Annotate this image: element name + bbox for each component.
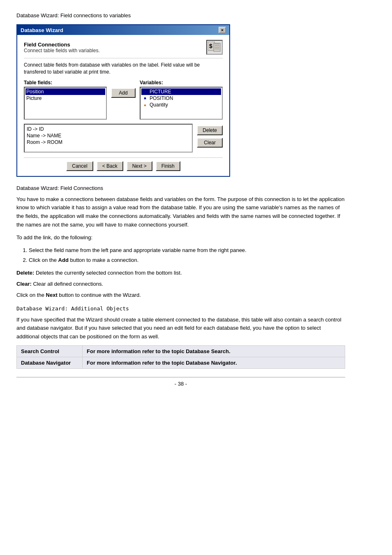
additional-objects-table: Search Control For more information refe… xyxy=(16,345,345,369)
finish-button[interactable]: Finish xyxy=(156,161,180,171)
step-1: Select the field name from the left pane… xyxy=(29,246,345,255)
connections-section: ID -> ID Name -> NAME Room -> ROOM Delet… xyxy=(24,124,223,153)
var-position[interactable]: ■ POSITION xyxy=(141,95,221,102)
picture-var-icon: ■ xyxy=(142,89,148,95)
delete-label: Delete: xyxy=(16,270,34,276)
var-quantity[interactable]: ▲ Quantity xyxy=(141,102,221,108)
add-button[interactable]: Add xyxy=(111,88,136,98)
position-var-icon: ■ xyxy=(142,95,148,101)
db-navigator-desc: For more information refer to the topic … xyxy=(83,357,345,368)
below-title2: Database Wizard: Additional Objects xyxy=(16,305,345,312)
field-connections-title: Field Connections xyxy=(24,42,100,48)
add-bold: Add xyxy=(58,257,69,263)
add-column: Add xyxy=(111,80,136,98)
conn-name[interactable]: Name -> NAME xyxy=(26,132,191,139)
search-control-label: Search Control xyxy=(17,345,83,357)
connections-listbox[interactable]: ID -> ID Name -> NAME Room -> ROOM xyxy=(24,124,193,153)
conn-id[interactable]: ID -> ID xyxy=(26,126,191,132)
page-footer: - 38 - xyxy=(16,377,345,387)
back-button[interactable]: < Back xyxy=(97,161,123,171)
table-row-search: Search Control For more information refe… xyxy=(17,345,345,357)
steps-list: Select the field name from the left pane… xyxy=(29,246,345,265)
table-row-navigator: Database Navigator For more information … xyxy=(17,357,345,368)
variables-listbox[interactable]: ■ PICTURE ■ POSITION ▲ Quantity xyxy=(140,87,223,120)
dialog-titlebar: Database Wizard × xyxy=(17,25,229,35)
fields-variables-section: Table fields: Position Picture Add Varia… xyxy=(24,80,223,120)
clear-para: Clear: Clear all defined connections. xyxy=(16,280,345,289)
dollar-db-icon: $ xyxy=(208,42,221,53)
field-picture[interactable]: Picture xyxy=(25,95,105,102)
dialog-body: Field Connections Connect table fields w… xyxy=(17,35,229,176)
para2: If you have specified that the Wizard sh… xyxy=(16,316,345,341)
delete-para: Delete: Deletes the currently selected c… xyxy=(16,269,345,278)
next-bold: Next xyxy=(46,292,58,298)
to-add-link: To add the link, do the following: xyxy=(16,234,345,242)
database-wizard-dialog: Database Wizard × Field Connections Conn… xyxy=(16,24,230,177)
close-button[interactable]: × xyxy=(219,27,226,33)
variables-column: Variables: ■ PICTURE ■ POSITION ▲ Quanti… xyxy=(140,80,223,120)
db-navigator-label: Database Navigator xyxy=(17,357,83,368)
page-number: - 38 - xyxy=(175,381,187,387)
conn-room[interactable]: Room -> ROOM xyxy=(26,139,191,146)
table-fields-listbox[interactable]: Position Picture xyxy=(24,87,107,120)
dialog-header-text: Field Connections Connect table fields w… xyxy=(24,42,100,53)
table-fields-column: Table fields: Position Picture xyxy=(24,80,107,120)
field-connections-icon: $ xyxy=(206,40,223,55)
para1: You have to make a connections between d… xyxy=(16,195,345,229)
dialog-header: Field Connections Connect table fields w… xyxy=(24,40,223,58)
content-section: Database Wizard: Field Connections You h… xyxy=(16,185,345,387)
var-picture[interactable]: ■ PICTURE xyxy=(141,88,221,95)
clear-label: Clear: xyxy=(16,281,32,287)
field-position[interactable]: Position xyxy=(25,88,105,95)
table-fields-label: Table fields: xyxy=(24,80,107,86)
dialog-title: Database Wizard xyxy=(21,27,63,33)
below-title1: Database Wizard: Field Connections xyxy=(16,185,345,191)
variables-label: Variables: xyxy=(140,80,223,86)
page-above-title: Database Wizard: Field connections to va… xyxy=(16,12,376,18)
dialog-footer: Cancel < Back Next > Finish xyxy=(24,157,223,171)
connections-buttons: Delete Clear xyxy=(197,124,223,148)
next-button[interactable]: Next > xyxy=(127,161,152,171)
clear-button[interactable]: Clear xyxy=(197,138,223,148)
next-para: Click on the Next button to continue wit… xyxy=(16,291,345,300)
delete-text: Deletes the currently selected connectio… xyxy=(36,270,182,276)
clear-text: Clear all defined connections. xyxy=(33,281,103,287)
quantity-var-icon: ▲ xyxy=(142,102,148,108)
step1-text: Select the field name from the left pane… xyxy=(29,247,247,253)
cancel-button[interactable]: Cancel xyxy=(66,161,93,171)
delete-button[interactable]: Delete xyxy=(197,125,223,135)
svg-text:$: $ xyxy=(209,43,212,49)
step-2: Click on the Add button to make a connec… xyxy=(29,256,345,265)
search-control-desc: For more information refer to the topic … xyxy=(83,345,345,357)
field-connections-subtitle: Connect table fields with variables. xyxy=(24,48,100,53)
dialog-info-text: Connect table fields from database with … xyxy=(24,62,223,76)
